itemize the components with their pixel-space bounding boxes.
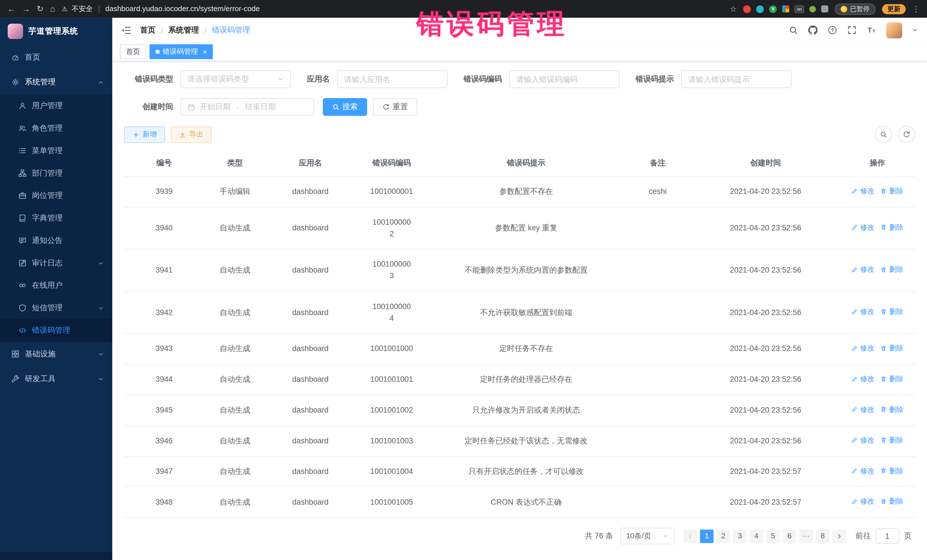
- extension-icon-teal[interactable]: [756, 5, 764, 13]
- error-type-select[interactable]: 请选择错误码类型: [180, 70, 291, 88]
- fullscreen-icon[interactable]: [847, 25, 857, 35]
- cell-id: 3943: [124, 334, 204, 364]
- address-bar[interactable]: ⚠ 不安全 dashboard.yudao.iocoder.cn/system/…: [62, 4, 737, 14]
- app-name-input[interactable]: [344, 75, 441, 83]
- sidebar-item-system[interactable]: 系统管理: [0, 70, 112, 95]
- sidebar-item-online-user[interactable]: 在线用户: [0, 274, 112, 297]
- sidebar-item-user[interactable]: 用户管理: [0, 95, 112, 117]
- edit-button[interactable]: 修改: [851, 264, 874, 275]
- browser-menu-icon[interactable]: ⋮: [912, 5, 920, 13]
- toggle-search-button[interactable]: [875, 126, 892, 143]
- address-divider: [99, 5, 99, 13]
- pager-ellipsis[interactable]: ···: [799, 530, 813, 543]
- font-size-icon[interactable]: TT: [867, 25, 876, 35]
- cell-created: 2021-04-20 23:52:56: [692, 291, 839, 334]
- edit-button[interactable]: 修改: [851, 496, 874, 507]
- sidebar-item-sms[interactable]: 短信管理: [0, 296, 112, 319]
- page-button-3[interactable]: 3: [733, 530, 747, 543]
- cell-actions: 修改删除: [839, 487, 915, 518]
- error-code-input[interactable]: [516, 75, 612, 83]
- extension-icon-grid[interactable]: [783, 5, 790, 12]
- page-button-8[interactable]: 8: [816, 530, 830, 543]
- delete-button[interactable]: 删除: [880, 186, 903, 197]
- cell-type: 自动生成: [204, 334, 266, 364]
- cell-hint: 参数配置不存在: [429, 176, 624, 207]
- tab-error-code[interactable]: 错误码管理 ×: [149, 44, 213, 59]
- sidebar-item-menu[interactable]: 菜单管理: [0, 140, 112, 162]
- sidebar-item-infra[interactable]: 基础设施: [0, 341, 112, 366]
- user-avatar[interactable]: [886, 22, 902, 38]
- paused-badge[interactable]: 已暂停: [835, 3, 876, 14]
- delete-button[interactable]: 删除: [880, 404, 903, 415]
- edit-button[interactable]: 修改: [851, 435, 874, 446]
- export-button[interactable]: 导出: [171, 126, 212, 143]
- search-button[interactable]: 搜索: [323, 98, 367, 116]
- sidebar-item-role[interactable]: 角色管理: [0, 117, 112, 140]
- delete-button[interactable]: 删除: [880, 306, 903, 317]
- page-button-4[interactable]: 4: [749, 530, 763, 543]
- page-button-5[interactable]: 5: [766, 530, 780, 543]
- page-size-select[interactable]: 10条/页: [620, 528, 675, 545]
- sidebar-item-post[interactable]: 岗位管理: [0, 185, 112, 207]
- sidebar-collapse-bar[interactable]: [0, 552, 112, 560]
- goto-page-input[interactable]: [876, 529, 899, 544]
- edit-button[interactable]: 修改: [851, 343, 874, 354]
- error-hint-input[interactable]: [688, 75, 785, 83]
- back-icon[interactable]: ←: [7, 5, 15, 13]
- delete-button[interactable]: 删除: [880, 264, 903, 275]
- edit-button[interactable]: 修改: [851, 186, 874, 197]
- github-icon[interactable]: [808, 25, 818, 35]
- sidebar-item-dept[interactable]: 部门管理: [0, 162, 112, 185]
- extension-icon-puzzle[interactable]: [821, 5, 828, 12]
- create-time-range-picker[interactable]: 开始日期 - 结束日期: [180, 98, 314, 116]
- delete-button[interactable]: 删除: [880, 496, 903, 507]
- tab-home[interactable]: 首页: [120, 44, 146, 59]
- edit-button[interactable]: 修改: [851, 306, 874, 317]
- breadcrumb-system[interactable]: 系统管理: [168, 25, 199, 35]
- reload-icon[interactable]: ↻: [37, 5, 44, 13]
- delete-button[interactable]: 删除: [880, 222, 903, 233]
- sidebar-item-error-code[interactable]: 错误码管理: [0, 319, 112, 341]
- delete-button[interactable]: 删除: [880, 465, 903, 477]
- url-text[interactable]: dashboard.yudao.iocoder.cn/system/error-…: [105, 5, 260, 13]
- add-button[interactable]: 新增: [124, 126, 165, 143]
- cell-type: 自动生成: [204, 249, 266, 291]
- shield-icon: [18, 304, 27, 312]
- sidebar-item-notice[interactable]: 通知公告: [0, 229, 112, 252]
- page-button-1[interactable]: 1: [700, 530, 714, 543]
- delete-button[interactable]: 删除: [880, 373, 903, 384]
- bookmark-star-icon[interactable]: ☆: [730, 5, 737, 14]
- extension-icon-green-v[interactable]: V: [769, 5, 777, 13]
- reset-button[interactable]: 重置: [373, 98, 417, 116]
- refresh-table-button[interactable]: [898, 126, 915, 143]
- search-icon[interactable]: [789, 25, 798, 35]
- edit-button[interactable]: 修改: [851, 373, 874, 384]
- prev-page-button[interactable]: [684, 530, 697, 543]
- edit-button[interactable]: 修改: [851, 465, 874, 477]
- update-button[interactable]: 更新: [882, 4, 906, 14]
- fold-menu-icon[interactable]: [121, 25, 131, 35]
- gear-icon: [11, 78, 20, 87]
- cell-created: 2021-04-20 23:52:57: [692, 487, 839, 518]
- edit-button[interactable]: 修改: [851, 404, 874, 415]
- sidebar-item-dev-tools[interactable]: 研发工具: [0, 366, 112, 391]
- forward-icon[interactable]: →: [22, 5, 30, 13]
- help-icon[interactable]: ?: [828, 25, 837, 35]
- delete-button[interactable]: 删除: [880, 435, 903, 446]
- next-page-button[interactable]: [832, 530, 846, 543]
- chevron-down-icon[interactable]: [912, 27, 918, 33]
- home-icon[interactable]: ⌂: [50, 5, 55, 13]
- delete-button[interactable]: 删除: [880, 343, 903, 354]
- extension-icon-leaf[interactable]: [810, 6, 816, 12]
- export-button-label: 导出: [189, 129, 204, 140]
- page-button-6[interactable]: 6: [783, 530, 796, 543]
- page-button-2[interactable]: 2: [716, 530, 730, 543]
- edit-button[interactable]: 修改: [851, 222, 874, 233]
- extension-icon-on[interactable]: on: [795, 5, 804, 13]
- sidebar-item-audit-log[interactable]: 审计日志: [0, 252, 112, 274]
- close-tab-icon[interactable]: ×: [203, 48, 207, 55]
- extension-icon-red[interactable]: [743, 5, 751, 13]
- breadcrumb-home[interactable]: 首页: [140, 25, 155, 35]
- sidebar-item-dict[interactable]: 字典管理: [0, 207, 112, 229]
- sidebar-item-home[interactable]: 首页: [0, 45, 112, 70]
